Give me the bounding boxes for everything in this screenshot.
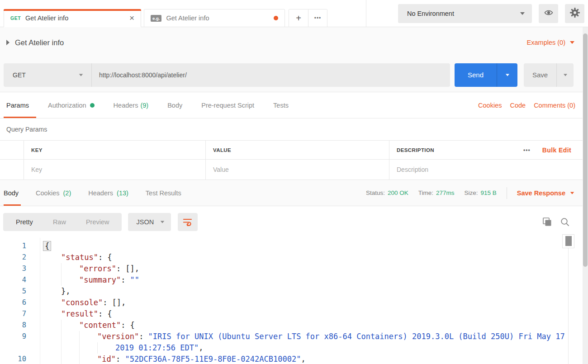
send-button[interactable]: Send bbox=[455, 63, 497, 87]
line-number: 10 bbox=[0, 354, 26, 364]
code-line: 1{ bbox=[0, 241, 588, 252]
format-select[interactable]: JSON bbox=[128, 213, 171, 231]
query-params-input-row bbox=[0, 160, 588, 180]
row-handle-column bbox=[0, 141, 24, 159]
tab-headers-label: Headers bbox=[114, 102, 138, 109]
value-column-header: VALUE bbox=[205, 141, 389, 159]
line-number: 3 bbox=[0, 263, 26, 274]
mode-preview[interactable]: Preview bbox=[76, 218, 119, 226]
time-label: Time: bbox=[418, 189, 433, 196]
active-tab-underline bbox=[4, 117, 36, 118]
code-scrollbar-track-line bbox=[568, 248, 569, 364]
response-tab-cookies[interactable]: Cookies (2) bbox=[36, 189, 71, 197]
code-line: 3"errors": [], bbox=[0, 263, 588, 274]
tab-title: Get Atelier info bbox=[166, 14, 209, 22]
key-column-header: KEY bbox=[24, 141, 205, 159]
code-line: 4"summary": "" bbox=[0, 274, 588, 286]
auth-configured-dot-icon bbox=[90, 103, 95, 108]
response-tab-test-results[interactable]: Test Results bbox=[146, 189, 181, 197]
example-badge: e.g. bbox=[151, 15, 161, 22]
line-number: 6 bbox=[0, 297, 26, 308]
save-button[interactable]: Save bbox=[524, 63, 556, 87]
cookies-link[interactable]: Cookies bbox=[478, 102, 502, 109]
close-tab-icon[interactable]: × bbox=[129, 14, 134, 22]
param-key-input[interactable] bbox=[31, 166, 205, 173]
environment-select-value: No Environment bbox=[407, 10, 454, 17]
response-tab-headers-count: (13) bbox=[117, 189, 128, 197]
comments-link[interactable]: Comments (0) bbox=[534, 102, 575, 109]
response-tab-cookies-label: Cookies bbox=[36, 189, 59, 197]
code-line: 7"result": { bbox=[0, 308, 588, 320]
code-link[interactable]: Code bbox=[510, 102, 526, 109]
top-bar: GET Get Atelier info × e.g. Get Atelier … bbox=[0, 0, 588, 27]
wrap-lines-button[interactable] bbox=[178, 213, 198, 231]
save-response-label: Save Response bbox=[517, 189, 565, 197]
response-stats: Status: 200 OK Time: 277ms Size: 915 B S… bbox=[366, 187, 574, 199]
environment-quick-look-button[interactable] bbox=[539, 4, 558, 23]
tab-title: Get Atelier info bbox=[25, 14, 68, 22]
examples-label: Examples (0) bbox=[527, 39, 565, 46]
request-url-row: GET Send Save bbox=[0, 58, 588, 92]
disclosure-arrow-icon[interactable] bbox=[6, 40, 9, 45]
save-options-button[interactable] bbox=[556, 63, 574, 87]
line-number: 1 bbox=[0, 241, 26, 252]
settings-button[interactable] bbox=[565, 4, 584, 23]
examples-dropdown[interactable]: Examples (0) bbox=[527, 39, 574, 46]
chevron-down-icon bbox=[564, 74, 567, 76]
send-options-button[interactable] bbox=[497, 63, 517, 87]
url-input[interactable] bbox=[92, 63, 450, 87]
line-number: 2 bbox=[0, 252, 26, 263]
line-number bbox=[0, 342, 26, 354]
tab-pre-request-script[interactable]: Pre-request Script bbox=[201, 102, 254, 109]
tab-tests[interactable]: Tests bbox=[273, 102, 289, 109]
new-tab-button[interactable]: + bbox=[289, 9, 308, 27]
param-value-input[interactable] bbox=[213, 166, 389, 173]
copy-response-button[interactable] bbox=[542, 217, 552, 227]
params-options-button[interactable]: ••• bbox=[523, 147, 531, 153]
request-tabs: Params Authorization Headers (9) Body Pr… bbox=[0, 92, 588, 118]
save-response-dropdown[interactable]: Save Response bbox=[517, 189, 574, 197]
query-params-table: KEY VALUE DESCRIPTION ••• Bulk Edit bbox=[0, 140, 588, 180]
tab-options-button[interactable]: ••• bbox=[308, 9, 327, 27]
tab-authorization[interactable]: Authorization bbox=[48, 102, 95, 109]
method-select[interactable]: GET bbox=[4, 63, 92, 87]
tab-authorization-label: Authorization bbox=[48, 102, 86, 109]
tab-headers[interactable]: Headers (9) bbox=[114, 102, 149, 109]
tab-params[interactable]: Params bbox=[6, 102, 29, 109]
code-line: 10"id": "52DCF36A-78F5-11E9-8F0E-0242ACB… bbox=[0, 354, 588, 364]
tab-body[interactable]: Body bbox=[167, 102, 182, 109]
response-body-viewer[interactable]: 1{2"status": {3"errors": [],4"summary": … bbox=[0, 238, 588, 364]
page-scrollbar-thumb[interactable] bbox=[583, 33, 588, 267]
status-label: Status: bbox=[366, 189, 385, 196]
response-tab-body[interactable]: Body bbox=[4, 189, 19, 197]
param-description-input[interactable] bbox=[397, 166, 588, 173]
response-tab-headers-label: Headers bbox=[88, 189, 113, 197]
mode-raw[interactable]: Raw bbox=[43, 218, 76, 226]
code-line: 6"console": [], bbox=[0, 297, 588, 308]
search-response-button[interactable] bbox=[560, 217, 570, 227]
gutter-divider bbox=[40, 238, 40, 364]
chevron-down-icon bbox=[79, 74, 83, 76]
environment-select[interactable]: No Environment bbox=[398, 4, 532, 23]
response-tool-icons bbox=[542, 217, 570, 227]
code-scrollbar-thumb[interactable] bbox=[565, 236, 572, 246]
tab-get-atelier-info-example[interactable]: e.g. Get Atelier info bbox=[144, 9, 285, 27]
tab-headers-count: (9) bbox=[140, 102, 148, 109]
line-number: 9 bbox=[0, 331, 26, 342]
response-tab-headers[interactable]: Headers (13) bbox=[88, 189, 128, 197]
tab-get-atelier-info-active[interactable]: GET Get Atelier info × bbox=[4, 9, 141, 27]
request-tab-strip: GET Get Atelier info × e.g. Get Atelier … bbox=[0, 0, 366, 27]
chevron-down-icon bbox=[570, 41, 574, 44]
response-meta-bar: Body Cookies (2) Headers (13) Test Resul… bbox=[0, 180, 588, 206]
code-line: 5}, bbox=[0, 286, 588, 297]
view-mode-group: Pretty Raw Preview bbox=[3, 213, 122, 231]
tab-actions: + ••• bbox=[289, 9, 327, 27]
mode-pretty[interactable]: Pretty bbox=[6, 218, 43, 226]
divider bbox=[507, 187, 507, 199]
query-params-title: Query Params bbox=[0, 118, 588, 140]
url-editor: GET bbox=[4, 63, 450, 87]
response-code: 1{2"status": {3"errors": [],4"summary": … bbox=[0, 241, 588, 364]
row-handle-column bbox=[0, 160, 24, 180]
size-value: 915 B bbox=[481, 189, 497, 196]
bulk-edit-link[interactable]: Bulk Edit bbox=[542, 147, 571, 154]
